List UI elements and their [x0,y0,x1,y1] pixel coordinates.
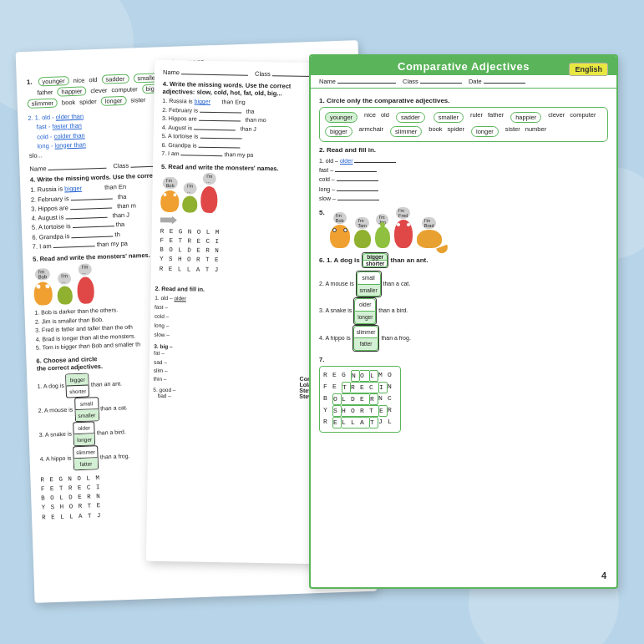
monster-jim-front: I'mJim [375,214,390,248]
monster-bob: I'mBob [33,268,53,306]
monster-m2: I'm... [57,272,73,305]
section2-front: 2. Read and fill in. 1. old – older fast… [319,146,608,203]
english-badge: English [569,63,608,76]
monster-fred-front: I'mFred [394,207,413,248]
section2-mid: 2. Read and fill in. 1. old – older fast… [153,286,238,400]
section5-front: 5. I'mBob I'mTam I'mJim [319,207,608,248]
monster-tam-front: I'mTam [354,217,371,248]
page-number: 4 [601,570,606,581]
monster-bob-mid: I'mBob [160,176,180,211]
monster-m3: I'm... [77,263,95,304]
monster-m2-mid: I'm... [182,182,198,212]
front-sheet: Comparative Adjectives English Name Clas… [309,54,618,589]
monster-m3-mid: I'm... [200,172,218,212]
section1-front: 1. Circle only the comparative adjective… [319,97,608,142]
monster-bob-front: I'mBob [330,212,350,248]
section6-front: 6. 1. A dog is biggershorter than an ant… [319,252,608,352]
section7-front: 7. REGNOLMO FETRECIN BOLDERNC YSHORTER R… [319,356,608,433]
monster-brad-front: I'mBrad [417,217,442,248]
